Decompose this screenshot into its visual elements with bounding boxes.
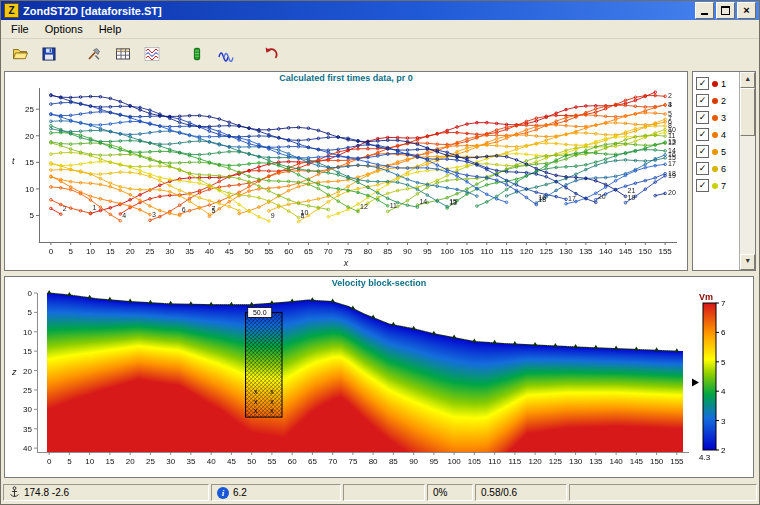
status-coordinates: 174.8 -2.6 [3,484,209,501]
traveltime-chart-title: Calculated first times data, pr 0 [5,73,687,83]
curve-color-marker-icon [712,183,718,189]
seismogram-curves-icon [143,46,161,62]
status-value-text: 6.2 [233,487,247,498]
traveltime-x-axis-label: x [5,258,687,268]
legend-item[interactable]: ✓7 [693,177,739,194]
menu-help[interactable]: Help [91,21,130,37]
scroll-thumb[interactable] [740,88,755,136]
waves-button[interactable] [213,41,239,67]
table-icon [115,46,131,62]
menu-file[interactable]: File [3,21,37,37]
main-content: Calculated first times data, pr 0 t x ✓1… [1,69,759,481]
green-column-icon [190,46,204,62]
legend-item-label: 1 [721,79,726,89]
legend-item[interactable]: ✓4 [693,126,739,143]
legend-checkbox[interactable]: ✓ [696,179,709,192]
legend-item-label: 3 [721,113,726,123]
anchor-icon [9,486,20,499]
model-button[interactable] [184,41,210,67]
open-button[interactable] [7,41,33,67]
curve-color-marker-icon [712,149,718,155]
legend-item-label: 7 [721,181,726,191]
legend-item-label: 4 [721,130,726,140]
undo-button[interactable] [258,41,284,67]
legend-checkbox[interactable]: ✓ [696,128,709,141]
scroll-down-button[interactable]: ▼ [740,254,755,270]
scroll-up-button[interactable]: ▲ [740,72,755,88]
legend-item[interactable]: ✓1 [693,75,739,92]
status-value: i 6.2 [211,484,341,501]
menu-options[interactable]: Options [37,21,91,37]
colorbar-min-value: 4.3 [699,453,710,462]
titlebar[interactable]: Z ZondST2D [dataforsite.ST] × [1,1,759,20]
velocity-chart-title: Velocity block-section [5,278,753,288]
hammer-tools-icon [86,46,102,62]
undo-arrow-icon [263,46,279,62]
toolbar [1,39,759,69]
app-icon: Z [4,3,19,18]
status-misfit-text: 0.58/0.6 [481,487,517,498]
menu-bar: File Options Help [1,20,759,39]
folder-open-icon [12,46,29,62]
legend-item[interactable]: ✓3 [693,109,739,126]
tools-button[interactable] [81,41,107,67]
velocity-plot-canvas[interactable] [5,290,753,476]
legend-item[interactable]: ✓2 [693,92,739,109]
shot-legend-panel: ✓1✓2✓3✓4✓5✓6✓7 ▲ ▼ [692,71,756,271]
curve-color-marker-icon [712,98,718,104]
status-empty-1 [343,484,425,501]
status-empty-2 [569,484,757,501]
legend-scrollbar[interactable]: ▲ ▼ [739,72,755,270]
window-title: ZondST2D [dataforsite.ST] [23,5,693,17]
curve-color-marker-icon [712,81,718,87]
minimize-button[interactable] [695,2,714,19]
scroll-track[interactable] [740,88,755,254]
colorbar-title: Vm [699,292,713,302]
velocity-y-axis-label: z [12,367,17,377]
seismograms-button[interactable] [139,41,165,67]
traveltime-plot-canvas[interactable] [5,85,687,267]
legend-item[interactable]: ✓6 [693,160,739,177]
status-progress: 0% [427,484,473,501]
legend-checkbox[interactable]: ✓ [696,77,709,90]
legend-checkbox[interactable]: ✓ [696,111,709,124]
curve-color-marker-icon [712,166,718,172]
traveltime-panel: Calculated first times data, pr 0 t x [4,71,688,271]
save-icon [41,46,57,62]
info-icon: i [217,487,229,499]
status-coordinates-text: 174.8 -2.6 [24,487,69,498]
minimize-icon [701,6,708,15]
status-bar: 174.8 -2.6 i 6.2 0% 0.58/0.6 [1,481,759,504]
maximize-button[interactable] [716,2,735,19]
shot-legend-list: ✓1✓2✓3✓4✓5✓6✓7 [693,72,739,270]
close-button[interactable]: × [737,2,756,19]
legend-item[interactable]: ✓5 [693,143,739,160]
legend-checkbox[interactable]: ✓ [696,145,709,158]
legend-checkbox[interactable]: ✓ [696,162,709,175]
legend-item-label: 5 [721,147,726,157]
legend-item-label: 6 [721,164,726,174]
legend-item-label: 2 [721,96,726,106]
table-button[interactable] [110,41,136,67]
status-misfit: 0.58/0.6 [475,484,567,501]
save-button[interactable] [36,41,62,67]
maximize-icon [721,6,730,15]
status-progress-text: 0% [433,487,447,498]
waves-icon [217,46,235,62]
velocity-panel: Velocity block-section z Vm 4.3 [4,276,754,478]
curve-color-marker-icon [712,132,718,138]
legend-checkbox[interactable]: ✓ [696,94,709,107]
close-icon: × [743,5,749,16]
curve-color-marker-icon [712,115,718,121]
traveltime-y-axis-label: t [12,156,15,166]
app-window: Z ZondST2D [dataforsite.ST] × File Optio… [0,0,760,505]
